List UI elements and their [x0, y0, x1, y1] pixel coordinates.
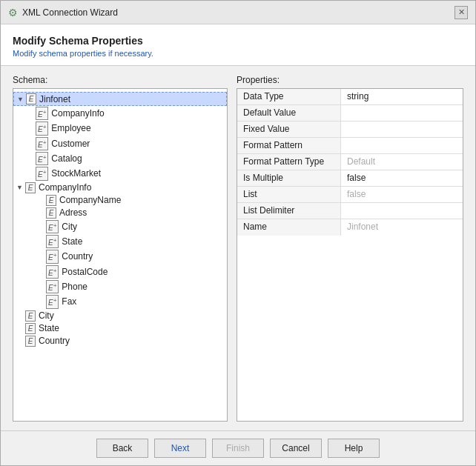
- tree-item[interactable]: ECountry: [13, 335, 227, 347]
- node-label: State: [62, 236, 82, 247]
- tree-item[interactable]: EAdress: [13, 207, 227, 219]
- node-type-badge: E: [46, 195, 56, 206]
- properties-table: Data TypestringDefault ValueFixed ValueF…: [237, 88, 463, 422]
- expand-icon: ▼: [17, 96, 24, 103]
- node-type-badge: E: [25, 323, 36, 334]
- schema-tree[interactable]: ▼EJinfonetECompanyInfoEEmployeeECustomer…: [13, 88, 228, 422]
- header-section: Modify Schema Properties Modify schema p…: [1, 24, 475, 66]
- props-key: List: [237, 187, 341, 202]
- props-row: Format Pattern: [237, 138, 463, 154]
- props-value: [341, 105, 463, 121]
- dialog-title: XML Connection Wizard: [22, 7, 118, 18]
- app-icon: ⚙: [8, 7, 18, 19]
- node-label: City: [62, 222, 77, 232]
- node-type-badge: E: [46, 265, 59, 279]
- tree-item[interactable]: EState: [13, 234, 227, 249]
- props-key: List Delimiter: [237, 203, 341, 219]
- props-key: Format Pattern Type: [237, 154, 341, 170]
- node-label: State: [39, 323, 59, 333]
- tree-item[interactable]: ECustomer: [13, 136, 227, 151]
- tree-item[interactable]: ECity: [13, 310, 227, 322]
- node-type-badge: E: [46, 295, 59, 308]
- props-row: Fixed Value: [237, 122, 463, 138]
- node-label: StockMarket: [51, 168, 101, 179]
- props-key: Is Multiple: [237, 170, 341, 186]
- node-label: Adress: [59, 207, 87, 218]
- tree-item[interactable]: EStockMarket: [13, 166, 227, 181]
- props-row: Format Pattern TypeDefault: [237, 154, 463, 170]
- node-type-badge: E: [36, 137, 48, 150]
- node-label: CompanyName: [59, 195, 121, 205]
- props-key: Data Type: [237, 89, 341, 104]
- node-label: Jinfonet: [39, 94, 70, 104]
- tree-item[interactable]: EEmployee: [13, 121, 227, 136]
- node-label: CompanyInfo: [39, 182, 91, 193]
- node-type-badge: E: [36, 152, 48, 165]
- props-value: [341, 203, 463, 219]
- header-title: Modify Schema Properties: [13, 35, 463, 47]
- props-row: List Delimiter: [237, 203, 463, 219]
- tree-item[interactable]: ECompanyName: [13, 194, 227, 207]
- tree-item[interactable]: ECatalog: [13, 151, 227, 166]
- next-button[interactable]: Next: [154, 439, 206, 458]
- props-key: Format Pattern: [237, 138, 341, 153]
- props-row: Is Multiplefalse: [237, 170, 463, 187]
- node-label: Country: [39, 336, 70, 346]
- node-type-badge: E: [25, 336, 36, 347]
- cancel-button[interactable]: Cancel: [270, 439, 322, 458]
- tree-item[interactable]: EFax: [13, 294, 227, 309]
- node-type-badge: E: [25, 310, 36, 322]
- props-value: false: [341, 170, 463, 186]
- node-label: PostalCode: [62, 267, 108, 277]
- node-type-badge: E: [46, 250, 59, 263]
- props-value: string: [341, 89, 463, 104]
- tree-item[interactable]: ECity: [13, 219, 227, 234]
- node-type-badge: E: [46, 235, 59, 248]
- help-button[interactable]: Help: [328, 439, 380, 458]
- header-subtitle: Modify schema properties if necessary.: [13, 49, 463, 58]
- node-type-badge: E: [36, 107, 48, 120]
- props-value: Default: [341, 154, 463, 170]
- content-area: Schema: ▼EJinfonetECompanyInfoEEmployeeE…: [1, 66, 475, 430]
- tree-item[interactable]: EState: [13, 322, 227, 335]
- tree-item[interactable]: ECompanyInfo: [13, 106, 227, 121]
- props-row: Default Value: [237, 105, 463, 122]
- back-button[interactable]: Back: [96, 439, 148, 458]
- node-label: Employee: [51, 123, 90, 133]
- node-label: Country: [62, 251, 93, 262]
- node-label: Customer: [51, 139, 90, 149]
- footer: Back Next Finish Cancel Help: [1, 430, 475, 465]
- tree-item[interactable]: ECountry: [13, 249, 227, 264]
- schema-panel: Schema: ▼EJinfonetECompanyInfoEEmployeeE…: [13, 75, 228, 422]
- props-value: [341, 122, 463, 137]
- node-type-badge: E: [46, 280, 59, 293]
- finish-button: Finish: [212, 439, 264, 458]
- props-key: Name: [237, 219, 341, 236]
- dialog: ⚙ XML Connection Wizard ✕ Modify Schema …: [0, 0, 476, 466]
- props-value: [341, 138, 463, 153]
- node-type-badge: E: [36, 167, 48, 180]
- expand-icon: ▼: [16, 184, 24, 191]
- props-value: Jinfonet: [341, 219, 463, 236]
- node-type-badge: E: [46, 220, 59, 233]
- title-bar: ⚙ XML Connection Wizard ✕: [1, 1, 475, 24]
- properties-panel: Properties: Data TypestringDefault Value…: [237, 75, 463, 422]
- node-label: CompanyInfo: [51, 108, 104, 119]
- node-label: Fax: [62, 296, 76, 307]
- props-key: Fixed Value: [237, 122, 341, 137]
- title-bar-left: ⚙ XML Connection Wizard: [8, 7, 118, 19]
- props-row: Data Typestring: [237, 89, 463, 105]
- tree-item[interactable]: EPhone: [13, 279, 227, 294]
- tree-item[interactable]: ▼EJinfonet: [13, 92, 227, 106]
- tree-item[interactable]: ▼ECompanyInfo: [13, 182, 227, 194]
- node-type-badge: E: [25, 182, 36, 193]
- node-label: Catalog: [51, 153, 82, 164]
- close-button[interactable]: ✕: [454, 6, 468, 19]
- tree-item[interactable]: EPostalCode: [13, 264, 227, 279]
- node-label: City: [39, 310, 54, 321]
- props-key: Default Value: [237, 105, 341, 121]
- schema-label: Schema:: [13, 75, 228, 85]
- node-type-badge: E: [36, 122, 48, 135]
- props-row: NameJinfonet: [237, 219, 463, 236]
- node-type-badge: E: [26, 93, 36, 104]
